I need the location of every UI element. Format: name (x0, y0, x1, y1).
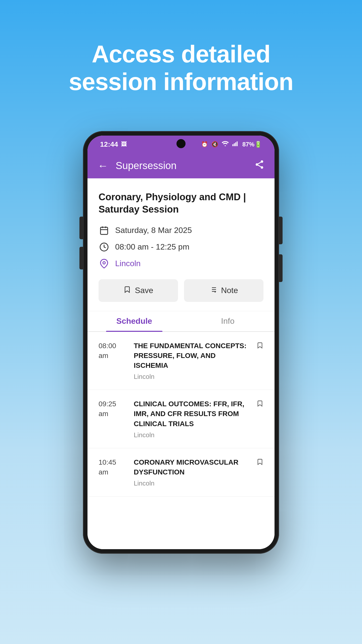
phone-shell: 12:44 🖼 ⏰ 🔇 (83, 131, 279, 554)
session-title: Coronary, Physiology and CMD | Saturday … (99, 191, 263, 216)
mute-icon: 🔇 (211, 141, 218, 148)
schedule-list: 08:00 am THE FUNDAMENTAL CONCEPTS: PRESS… (87, 332, 275, 549)
schedule-details-3: CORONARY MICROVASCULAR DYSFUNCTION Linco… (134, 457, 249, 487)
share-button[interactable] (254, 159, 264, 172)
schedule-details-2: CLINICAL OUTCOMES: FFR, IFR, IMR, AND CF… (134, 399, 249, 439)
svg-rect-3 (237, 141, 238, 146)
calendar-icon (99, 225, 110, 236)
app-title: Supersession (116, 160, 247, 171)
note-button[interactable]: Note (184, 279, 263, 302)
location-row: Lincoln (99, 258, 263, 269)
date-row: Saturday, 8 Mar 2025 (99, 225, 263, 236)
session-time: 08:00 am - 12:25 pm (115, 242, 189, 252)
schedule-name-1: THE FUNDAMENTAL CONCEPTS: PRESSURE, FLOW… (134, 341, 249, 371)
svg-rect-0 (232, 144, 233, 146)
phone-mockup: 12:44 🖼 ⏰ 🔇 (83, 131, 279, 554)
svg-point-14 (103, 262, 105, 264)
note-label: Note (221, 286, 238, 295)
schedule-name-3: CORONARY MICROVASCULAR DYSFUNCTION (134, 457, 249, 477)
schedule-time-2: 09:25 am (99, 399, 126, 419)
session-location[interactable]: Lincoln (115, 259, 141, 268)
bookmark-icon-3[interactable] (256, 458, 263, 467)
svg-rect-1 (234, 143, 235, 146)
svg-line-8 (258, 162, 261, 164)
page-headline: Access detailed session information (49, 40, 313, 96)
session-meta: Saturday, 8 Mar 2025 08:00 am - 12:25 pm (99, 225, 263, 269)
schedule-details-1: THE FUNDAMENTAL CONCEPTS: PRESSURE, FLOW… (134, 341, 249, 381)
status-bar: 12:44 🖼 ⏰ 🔇 (87, 136, 275, 153)
schedule-loc-3: Lincoln (134, 479, 249, 487)
headline-line1: Access detailed (92, 41, 270, 67)
svg-point-6 (261, 166, 263, 169)
save-label: Save (135, 286, 153, 295)
phone-screen: 12:44 🖼 ⏰ 🔇 (87, 136, 275, 549)
bookmark-outline-icon (123, 286, 131, 295)
wifi-icon (222, 141, 229, 148)
tab-schedule[interactable]: Schedule (87, 311, 181, 331)
schedule-name-2: CLINICAL OUTCOMES: FFR, IFR, IMR, AND CF… (134, 399, 249, 429)
schedule-loc-1: Lincoln (134, 373, 249, 381)
session-date: Saturday, 8 Mar 2025 (115, 226, 192, 235)
svg-rect-9 (101, 227, 108, 234)
camera-notch (176, 139, 186, 148)
app-header: ← Supersession (87, 153, 275, 178)
svg-point-5 (256, 163, 258, 166)
back-button[interactable]: ← (98, 160, 108, 171)
save-button[interactable]: Save (99, 279, 178, 302)
action-buttons: Save (99, 279, 263, 302)
svg-rect-2 (235, 142, 236, 146)
content-area: Coronary, Physiology and CMD | Saturday … (87, 178, 275, 549)
signal-icon (232, 141, 239, 148)
status-icons: ⏰ 🔇 (201, 141, 262, 148)
schedule-time-3: 10:45 am (99, 457, 126, 477)
schedule-item-3: 10:45 am CORONARY MICROVASCULAR DYSFUNCT… (87, 448, 275, 497)
schedule-item: 08:00 am THE FUNDAMENTAL CONCEPTS: PRESS… (87, 332, 275, 390)
note-icon (209, 286, 217, 295)
schedule-time-1: 08:00 am (99, 341, 126, 360)
battery-display: 87%🔋 (242, 141, 262, 148)
tab-info[interactable]: Info (181, 311, 275, 331)
schedule-loc-2: Lincoln (134, 431, 249, 439)
status-time: 12:44 🖼 (100, 140, 127, 148)
bookmark-icon-1[interactable] (256, 342, 263, 351)
clock-icon (99, 242, 110, 253)
svg-point-4 (261, 160, 263, 163)
svg-line-7 (258, 165, 261, 167)
bookmark-icon-2[interactable] (256, 400, 263, 409)
alarm-icon: ⏰ (201, 141, 208, 148)
gallery-icon: 🖼 (121, 141, 127, 148)
headline-line2: session information (69, 68, 293, 95)
time-row: 08:00 am - 12:25 pm (99, 242, 263, 253)
time-display: 12:44 (100, 140, 118, 148)
schedule-item-2: 09:25 am CLINICAL OUTCOMES: FFR, IFR, IM… (87, 390, 275, 448)
location-icon (99, 258, 110, 269)
tabs-bar: Schedule Info (87, 311, 275, 332)
session-header: Coronary, Physiology and CMD | Saturday … (87, 178, 275, 311)
